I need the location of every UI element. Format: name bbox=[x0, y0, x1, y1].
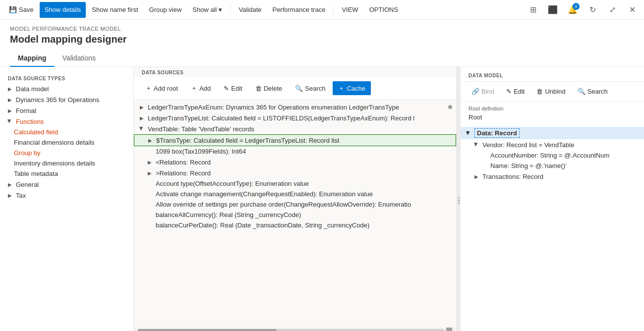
main-toolbar: 💾 Save Show details Show name first Grou… bbox=[0, 0, 644, 20]
ds-item-vend-table[interactable]: ▶ VendTable: Table 'VendTable' records bbox=[134, 123, 456, 134]
sidebar-item-calculated-field[interactable]: Calculated field bbox=[0, 127, 133, 137]
datasource-types-title: DATA SOURCE TYPES bbox=[0, 73, 133, 83]
ds-item-trans-type[interactable]: ▶ $TransType: Calculated field = LedgerT… bbox=[134, 134, 456, 146]
ds-item-activate-change[interactable]: Activate change management(ChangeRequest… bbox=[134, 189, 456, 199]
notification-icon[interactable]: 🔔 0 bbox=[565, 2, 581, 18]
add-button[interactable]: ＋ Add bbox=[185, 81, 216, 95]
chevron-right-icon: ▶ bbox=[472, 172, 480, 180]
sidebar-item-data-model[interactable]: ▶ Data model bbox=[0, 83, 133, 94]
chevron-right-icon: ▶ bbox=[138, 103, 146, 111]
chevron-right-icon: ▶ bbox=[146, 169, 154, 177]
validate-button[interactable]: Validate bbox=[234, 2, 266, 18]
edit-button[interactable]: ✎ Edit bbox=[218, 82, 247, 95]
sidebar-item-format[interactable]: ▶ Format bbox=[0, 105, 133, 116]
expand-icon[interactable]: ⤢ bbox=[604, 2, 620, 18]
chevron-down-icon: ▶ bbox=[138, 125, 146, 133]
close-icon[interactable]: ✕ bbox=[624, 2, 640, 18]
sidebar-item-functions[interactable]: ▶ Functions bbox=[0, 116, 133, 127]
breadcrumb: MODEL PERFORMANCE TRACE MODEL bbox=[10, 26, 634, 32]
chevron-right-icon: ▶ bbox=[138, 114, 146, 122]
tab-validations[interactable]: Validations bbox=[55, 50, 104, 67]
show-all-button[interactable]: Show all ▾ bbox=[187, 2, 227, 18]
sidebar-item-label: Data model bbox=[16, 85, 49, 93]
office-icon[interactable]: ⬛ bbox=[545, 2, 561, 18]
save-button[interactable]: 💾 Save bbox=[4, 2, 39, 18]
scrollbar-thumb[interactable] bbox=[138, 329, 277, 331]
rt-item-label: Name: String = @.'name()' bbox=[490, 162, 567, 169]
ds-item-ledger-list[interactable]: ▶ LedgerTransTypeList: Calculated field … bbox=[134, 112, 456, 123]
sidebar-item-inventory-dimensions[interactable]: Inventory dimensions details bbox=[0, 158, 133, 168]
tab-mapping[interactable]: Mapping bbox=[10, 50, 55, 67]
rt-item-transactions[interactable]: ▶ Transactions: Record bbox=[461, 171, 644, 182]
rt-item-account-number[interactable]: AccountNumber: String = @.AccountNum bbox=[461, 150, 644, 161]
chevron-right-icon: ▶ bbox=[6, 191, 14, 199]
ds-item-relations-in[interactable]: ▶ <Relations: Record bbox=[134, 157, 456, 167]
tab-bar: Mapping Validations bbox=[10, 50, 634, 66]
ds-item-label: $TransType: Calculated field = LedgerTra… bbox=[156, 137, 339, 144]
sidebar-item-d365[interactable]: ▶ Dynamics 365 for Operations bbox=[0, 94, 133, 105]
plus-icon: ＋ bbox=[338, 84, 345, 93]
search-icon: 🔍 bbox=[578, 88, 585, 95]
rt-item-label: Transactions: Record bbox=[482, 173, 543, 180]
pencil-icon: ✎ bbox=[506, 88, 512, 95]
rt-search-button[interactable]: 🔍 Search bbox=[573, 86, 613, 97]
save-icon: 💾 bbox=[9, 6, 17, 13]
page-title: Model mapping designer bbox=[10, 34, 634, 45]
sidebar-item-label: Dynamics 365 for Operations bbox=[16, 96, 99, 104]
data-model-title: DATA MODEL bbox=[461, 67, 644, 82]
performance-trace-button[interactable]: Performance trace bbox=[267, 2, 330, 18]
cache-button[interactable]: ＋ Cache bbox=[333, 81, 371, 95]
resizer-dot bbox=[458, 197, 460, 199]
grid-icon[interactable]: ⊞ bbox=[525, 2, 541, 18]
root-definition: Root definition Root bbox=[461, 102, 644, 125]
ds-item-balance-cur-per-date[interactable]: balanceCurPerDate(): Real (Date _transac… bbox=[134, 220, 456, 230]
options-button[interactable]: OPTIONS bbox=[364, 2, 404, 18]
rt-item-label: Vendor: Record list = VendTable bbox=[482, 141, 574, 149]
rt-item-data-record[interactable]: ▶ Data: Record bbox=[461, 127, 644, 139]
sidebar-item-label: Calculated field bbox=[14, 128, 58, 136]
show-details-button[interactable]: Show details bbox=[40, 2, 86, 18]
root-definition-value: Root bbox=[468, 113, 636, 121]
ds-item-label: balanceAllCurrency(): Real (String _curr… bbox=[156, 211, 301, 219]
view-button[interactable]: VIEW bbox=[337, 2, 363, 18]
pencil-icon: ✎ bbox=[224, 85, 229, 92]
right-panel: DATA MODEL 🔗 Bind ✎ Edit 🗑 Unbind 🔍 Sear… bbox=[461, 67, 644, 331]
sidebar-item-label: Inventory dimensions details bbox=[14, 160, 95, 167]
datasources-tree: ▶ LedgerTransTypeAxEnum: Dynamics 365 fo… bbox=[134, 100, 456, 328]
add-root-button[interactable]: ＋ Add root bbox=[140, 81, 183, 95]
rt-item-name[interactable]: Name: String = @.'name()' bbox=[461, 161, 644, 171]
scrollbar-track bbox=[138, 329, 444, 331]
horizontal-scrollbar[interactable] bbox=[134, 328, 456, 331]
ds-item-1099-box[interactable]: 1099 box(Tax1099Fields): Int64 bbox=[134, 146, 456, 157]
ds-item-relations-out[interactable]: ▶ >Relations: Record bbox=[134, 167, 456, 178]
refresh-icon[interactable]: ↻ bbox=[585, 2, 600, 18]
left-panel: DATA SOURCE TYPES ▶ Data model ▶ Dynamic… bbox=[0, 67, 134, 331]
ds-item-balance-all-currency[interactable]: balanceAllCurrency(): Real (String _curr… bbox=[134, 210, 456, 220]
group-view-button[interactable]: Group view bbox=[144, 2, 187, 18]
separator2 bbox=[333, 4, 334, 16]
ds-item-ledger-ax-enum[interactable]: ▶ LedgerTransTypeAxEnum: Dynamics 365 fo… bbox=[134, 102, 456, 112]
sidebar-item-table-metadata[interactable]: Table metadata bbox=[0, 168, 133, 179]
notification-badge: 0 bbox=[573, 3, 580, 10]
sidebar-item-general[interactable]: ▶ General bbox=[0, 179, 133, 190]
chevron-right-icon: ▶ bbox=[6, 96, 14, 104]
chevron-right-icon: ▶ bbox=[6, 107, 14, 114]
sidebar-item-financial-dimensions[interactable]: Financial dimensions details bbox=[0, 137, 133, 148]
main-layout: DATA SOURCE TYPES ▶ Data model ▶ Dynamic… bbox=[0, 67, 644, 331]
sidebar-item-label: Format bbox=[16, 107, 36, 114]
bind-button[interactable]: 🔗 Bind bbox=[467, 86, 499, 97]
plus-icon: ＋ bbox=[145, 84, 152, 93]
sidebar-item-tax[interactable]: ▶ Tax bbox=[0, 190, 133, 201]
sidebar-item-group-by[interactable]: Group by bbox=[0, 148, 133, 158]
rt-edit-button[interactable]: ✎ Edit bbox=[501, 86, 529, 97]
show-name-first-button[interactable]: Show name first bbox=[87, 2, 143, 18]
ds-item-allow-override[interactable]: Allow override of settings per purchase … bbox=[134, 199, 456, 210]
sidebar-item-label: General bbox=[16, 181, 39, 188]
search-button[interactable]: 🔍 Search bbox=[290, 82, 331, 95]
ds-item-account-type[interactable]: Account type(OffsetAccountType): Enumera… bbox=[134, 178, 456, 189]
unbind-button[interactable]: 🗑 Unbind bbox=[531, 86, 570, 97]
rt-item-vendor[interactable]: ▶ Vendor: Record list = VendTable bbox=[461, 139, 644, 150]
delete-button[interactable]: 🗑 Delete bbox=[250, 82, 288, 95]
datasources-toolbar: ＋ Add root ＋ Add ✎ Edit 🗑 Delete 🔍 Searc… bbox=[134, 77, 456, 100]
panel-resizer[interactable] bbox=[457, 67, 461, 331]
